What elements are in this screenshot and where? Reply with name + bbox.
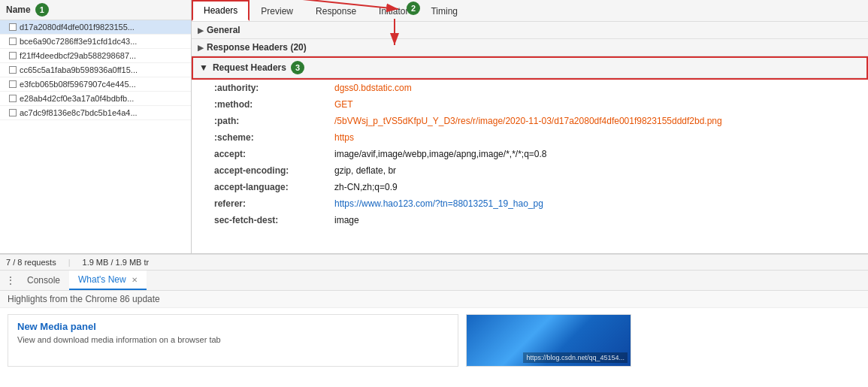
header-value: zh-CN,zh;q=0.9 (334, 180, 398, 194)
file-name: f21ff4deedbcf29ab588298687... (20, 51, 136, 60)
tab-label: Headers (204, 5, 237, 16)
header-value: /5bVWsj_p_tVS5dKfpU_Y_D3/res/r/image/202… (334, 114, 722, 128)
header-value: GET (334, 98, 353, 111)
tab-whats-new[interactable]: What's New ✕ (69, 271, 147, 290)
header-value: https (334, 131, 354, 144)
card-area: New Media panel View and download media … (0, 308, 868, 373)
file-icon (9, 23, 17, 31)
tabs-area: Headers Preview Response Initiator Timin… (192, 0, 868, 22)
file-name: e3fcb065b08f5967907c4e445... (20, 80, 136, 89)
header-name: accept-encoding: (214, 164, 334, 177)
header-value: image (334, 213, 359, 227)
header-name: accept: (214, 147, 334, 161)
request-headers-text: Request Headers (213, 62, 286, 73)
header-name: :scheme: (214, 131, 334, 144)
file-icon (9, 95, 17, 102)
header-name: :authority: (214, 81, 334, 95)
tab-timing[interactable]: Timing (419, 2, 469, 20)
tabs-bar: Headers Preview Response Initiator Timin… (192, 0, 868, 22)
file-list: d17a2080df4dfe001f9823155... bce6a90c728… (0, 20, 191, 253)
file-icon (9, 52, 17, 59)
file-item[interactable]: cc65c5a1faba9b598936a0ff15... (0, 63, 191, 77)
badge-2: 2 (407, 2, 420, 15)
badge-3: 3 (291, 61, 304, 74)
request-count: 7 / 8 requests (6, 258, 56, 267)
request-headers-section: ▼ Request Headers 3 (192, 56, 868, 80)
main-container: Name 1 d17a2080df4dfe001f9823155... bce6… (0, 0, 868, 387)
header-name: accept-language: (214, 180, 334, 194)
header-row: accept-language: zh-CN,zh;q=0.9 (192, 179, 868, 195)
header-row: referer: https://www.hao123.com/?tn=8801… (192, 195, 868, 212)
card-image: https://blog.csdn.net/qq_45154... (466, 314, 631, 367)
top-panel: Name 1 d17a2080df4dfe001f9823155... bce6… (0, 0, 868, 254)
bottom-tabs-bar: ⋮ Console What's New ✕ (0, 271, 868, 291)
header-name: referer: (214, 197, 334, 210)
status-bar: 7 / 8 requests | 1.9 MB / 1.9 MB tr (0, 254, 868, 271)
header-row: :scheme: https (192, 129, 868, 146)
general-section-header[interactable]: ▶ General (192, 22, 868, 39)
file-icon (9, 38, 17, 45)
close-icon[interactable]: ✕ (132, 276, 138, 284)
file-name: bce6a90c7286ff3e91cfd1dc43... (20, 37, 137, 46)
header-name: :path: (214, 114, 334, 128)
file-name: ac7dc9f8136e8c7bdc5b1e4a4... (20, 108, 138, 117)
file-item[interactable]: e28ab4d2cf0e3a17a0f4bdbfb... (0, 92, 191, 106)
card-title[interactable]: New Media panel (17, 321, 449, 332)
file-name: cc65c5a1faba9b598936a0ff15... (20, 65, 138, 74)
header-name: sec-fetch-dest: (214, 213, 334, 227)
request-headers-label: ▼ Request Headers 3 (193, 58, 866, 78)
devtools-menu-icon[interactable]: ⋮ (6, 275, 15, 286)
file-item[interactable]: e3fcb065b08f5967907c4e445... (0, 77, 191, 92)
badge-1: 1 (35, 3, 49, 17)
status-divider: | (68, 258, 71, 267)
header-value: gzip, deflate, br (334, 164, 396, 177)
header-value: https://www.hao123.com/?tn=88013251_19_h… (334, 197, 543, 210)
file-icon (9, 66, 17, 74)
bottom-panel: ⋮ Console What's New ✕ Highlights from t… (0, 271, 868, 387)
new-media-card: New Media panel View and download media … (8, 314, 458, 367)
file-item[interactable]: bce6a90c7286ff3e91cfd1dc43... (0, 35, 191, 49)
whats-new-tab-label: What's New (78, 274, 126, 285)
response-headers-label: Response Headers (20) (207, 42, 307, 53)
highlights-text: Highlights from the Chrome 86 update (8, 294, 160, 304)
tab-console[interactable]: Console (18, 271, 69, 289)
tab-preview[interactable]: Preview (250, 2, 304, 20)
tab-response[interactable]: Response (304, 2, 367, 20)
general-label: General (207, 25, 240, 35)
header-row: :path: /5bVWsj_p_tVS5dKfpU_Y_D3/res/r/im… (192, 113, 868, 129)
left-panel: Name 1 d17a2080df4dfe001f9823155... bce6… (0, 0, 192, 253)
header-value: dgss0.bdstatic.com (334, 81, 412, 95)
header-row: accept-encoding: gzip, deflate, br (192, 162, 868, 179)
file-icon (9, 109, 17, 116)
card-image-url: https://blog.csdn.net/qq_45154... (523, 352, 628, 363)
header-name: :method: (214, 98, 334, 111)
tab-label: Timing (431, 6, 458, 17)
file-item[interactable]: d17a2080df4dfe001f9823155... (0, 20, 191, 35)
tab-label: Initiator (379, 6, 408, 17)
header-row: sec-fetch-dest: image (192, 212, 868, 228)
file-name: d17a2080df4dfe001f9823155... (20, 23, 135, 32)
triangle-icon: ▶ (198, 44, 204, 52)
highlights-bar: Highlights from the Chrome 86 update (0, 291, 868, 308)
name-column-header: Name 1 (0, 0, 191, 20)
triangle-icon: ▼ (199, 62, 208, 73)
file-icon (9, 80, 17, 88)
transfer-size: 1.9 MB / 1.9 MB tr (83, 258, 150, 267)
tab-label: Response (316, 6, 356, 17)
response-headers-section-header[interactable]: ▶ Response Headers (20) (192, 39, 868, 56)
card-description: View and download media information on a… (17, 335, 449, 344)
triangle-icon: ▶ (198, 26, 204, 35)
header-row: :authority: dgss0.bdstatic.com (192, 80, 868, 96)
file-item[interactable]: ac7dc9f8136e8c7bdc5b1e4a4... (0, 106, 191, 120)
header-row: accept: image/avif,image/webp,image/apng… (192, 146, 868, 162)
console-tab-label: Console (27, 275, 60, 286)
right-panel: Headers Preview Response Initiator Timin… (192, 0, 868, 253)
headers-content: ▶ General ▶ Response Headers (20) ▼ Requ… (192, 22, 868, 253)
header-value: image/avif,image/webp,image/apng,image/*… (334, 147, 547, 161)
tab-label: Preview (261, 6, 293, 17)
tab-headers[interactable]: Headers (192, 0, 250, 21)
file-item[interactable]: f21ff4deedbcf29ab588298687... (0, 49, 191, 63)
file-name: e28ab4d2cf0e3a17a0f4bdbfb... (20, 94, 134, 103)
name-label: Name (6, 5, 31, 15)
header-row: :method: GET (192, 96, 868, 113)
